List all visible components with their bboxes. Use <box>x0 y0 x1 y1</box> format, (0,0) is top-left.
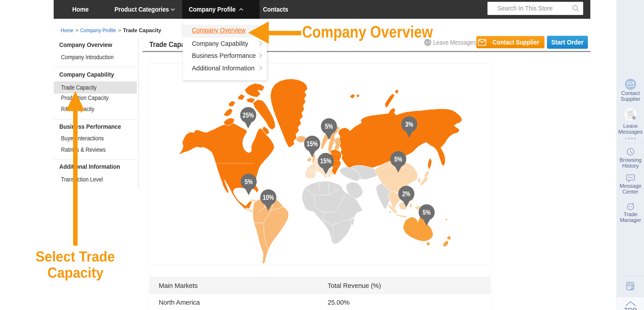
svg-text:15%: 15% <box>306 140 318 148</box>
svg-text:10%: 10% <box>263 194 274 201</box>
svg-text:5%: 5% <box>422 209 431 216</box>
svg-text:5%: 5% <box>394 155 402 163</box>
svg-text:25%: 25% <box>242 111 254 119</box>
svg-text:5%: 5% <box>245 178 253 186</box>
svg-text:15%: 15% <box>320 157 332 165</box>
svg-text:5%: 5% <box>325 122 333 130</box>
svg-text:2%: 2% <box>402 190 410 198</box>
svg-text:3%: 3% <box>405 120 413 128</box>
